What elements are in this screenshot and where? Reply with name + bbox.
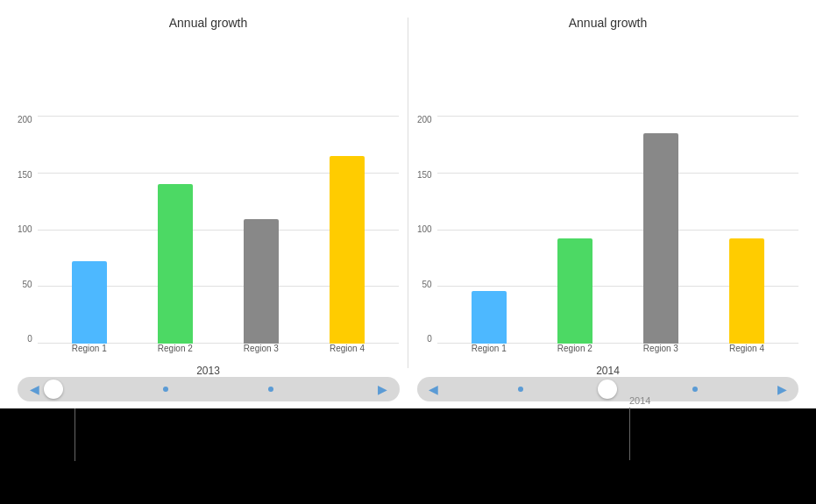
controls-area: ◀ ▶ ◀ ▶	[0, 377, 816, 408]
chart2-title: Annual growth	[569, 16, 648, 30]
bottom-area: 2014	[0, 408, 816, 504]
chart1-y-label-50: 50	[23, 280, 32, 289]
chart1-xlabel-r2: Region 2	[132, 344, 218, 361]
chart2-bar-region4	[704, 238, 790, 344]
chart2-bar-region1	[446, 291, 532, 344]
bar2-region2	[557, 238, 592, 344]
chart1-xlabel-r1: Region 1	[46, 344, 132, 361]
slider1-left-arrow[interactable]: ◀	[25, 380, 44, 399]
slider2-track[interactable]: ◀ ▶	[417, 377, 799, 401]
annotation-left-line	[75, 408, 75, 461]
chart2-xlabel-r2: Region 2	[532, 344, 618, 361]
bar2-region1	[472, 291, 507, 344]
chart1-bar-region2	[132, 184, 218, 344]
chart1-y-label-150: 150	[18, 171, 32, 180]
chart1-wrapper: 200 150 100 50 0	[18, 35, 399, 361]
chart1-y-label-200: 200	[18, 116, 32, 124]
chart2-y-label-50: 50	[422, 280, 432, 289]
annotation-right-line	[629, 408, 630, 460]
slider2-left-arrow[interactable]: ◀	[424, 380, 443, 399]
bar-region1	[72, 261, 107, 344]
slider2-dot2	[692, 387, 698, 392]
chart2-wrapper: 200 150 100 50 0	[417, 35, 798, 361]
chart2-y-label-150: 150	[417, 171, 432, 180]
slider2-dot1	[518, 387, 523, 392]
slider2-right-arrow[interactable]: ▶	[772, 380, 791, 399]
chart2-plot: Region 1 Region 2 Region 3 Region 4	[437, 116, 798, 361]
annotation-year-label: 2014	[629, 395, 650, 406]
chart2-y-label-0: 0	[427, 335, 432, 344]
bar-region4	[330, 156, 365, 344]
bar2-region4	[729, 238, 764, 344]
chart2-container: Annual growth 200 150 100 50 0	[408, 9, 807, 377]
slider1-right-arrow[interactable]: ▶	[373, 380, 392, 399]
chart1-y-label-100: 100	[18, 225, 32, 234]
chart2-bar-region3	[618, 133, 704, 344]
slider1-strip: ◀ ▶	[9, 377, 408, 401]
chart1-title: Annual growth	[169, 16, 248, 30]
slider2-thumb[interactable]	[598, 380, 617, 399]
chart1-container: Annual growth 200 150 100 50 0	[9, 9, 408, 377]
chart2-xlabel-r1: Region 1	[446, 344, 532, 361]
bar-region3	[244, 219, 279, 344]
chart2-y-axis: 200 150 100 50 0	[417, 116, 437, 361]
chart1-y-label-0: 0	[27, 335, 32, 344]
chart2-xlabel-r4: Region 4	[704, 344, 790, 361]
chart1-plot: Region 1 Region 2 Region 3 Region 4	[38, 116, 399, 361]
chart1-xlabel-r4: Region 4	[304, 344, 390, 361]
chart1-x-labels: Region 1 Region 2 Region 3 Region 4	[38, 344, 399, 361]
slider2-strip: ◀ ▶	[408, 377, 808, 401]
chart1-bar-region4	[304, 156, 390, 344]
chart1-bar-region3	[218, 219, 304, 344]
annotation-right: 2014	[629, 395, 650, 460]
slider1-dot2	[268, 387, 273, 392]
chart2-xlabel-r3: Region 3	[618, 344, 704, 361]
chart2-bars	[437, 116, 798, 344]
slider1-thumb[interactable]	[44, 380, 63, 399]
slider1-dot1	[163, 387, 168, 392]
chart2-x-labels: Region 1 Region 2 Region 3 Region 4	[437, 344, 798, 361]
chart2-bar-region2	[532, 238, 618, 344]
chart1-year: 2013	[196, 365, 220, 377]
annotation-left	[75, 408, 75, 461]
bar2-region3	[643, 133, 678, 344]
chart1-y-axis: 200 150 100 50 0	[18, 116, 38, 361]
chart2-year: 2014	[596, 365, 620, 377]
bar-region2	[158, 184, 193, 344]
chart1-bar-region1	[46, 261, 132, 344]
charts-area: Annual growth 200 150 100 50 0	[0, 0, 816, 377]
chart2-y-label-200: 200	[417, 116, 432, 124]
chart1-bars	[38, 116, 399, 344]
slider1-track[interactable]: ◀ ▶	[18, 377, 400, 401]
chart2-y-label-100: 100	[417, 225, 432, 234]
chart1-xlabel-r3: Region 3	[218, 344, 304, 361]
